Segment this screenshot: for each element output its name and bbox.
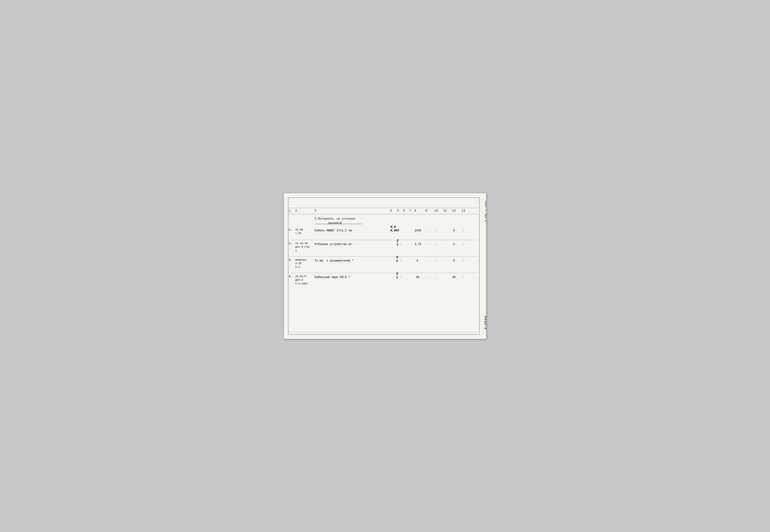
col-num-7: 7 bbox=[409, 209, 411, 213]
row2-col8: 1,75 bbox=[414, 243, 421, 246]
row3-col5: - bbox=[400, 259, 401, 262]
row1-col12: 4 bbox=[453, 229, 455, 232]
row3-col13: - bbox=[463, 259, 464, 262]
row4-col12: 38 bbox=[452, 276, 455, 279]
header-dashed-line bbox=[289, 208, 478, 208]
col-num-8: 8 bbox=[414, 209, 416, 213]
row2-col5: - bbox=[400, 243, 401, 246]
row3-col10: - bbox=[435, 259, 437, 262]
col-num-13: 13 bbox=[462, 209, 465, 213]
row1-col10: - bbox=[435, 229, 437, 232]
col-num-10: 10 bbox=[434, 209, 438, 213]
row3-qty-handwritten-top: 4 bbox=[396, 255, 398, 259]
col-num-12: 12 bbox=[452, 209, 456, 213]
row1-qty-handwritten-top: 0,6 bbox=[390, 225, 396, 229]
row4-desc: Кабельный ящик КЯ-8 " bbox=[315, 276, 350, 279]
row4-code: 15-04-Пдоп.8п.3-1207 bbox=[295, 275, 308, 286]
row4-col13: - bbox=[463, 276, 464, 279]
col-num-5: 5 bbox=[397, 209, 399, 213]
row2-col9: - bbox=[426, 243, 427, 246]
col-num-9: 9 bbox=[425, 209, 427, 213]
row4-col10: - bbox=[435, 276, 437, 279]
row2-num: 2. bbox=[289, 242, 292, 245]
row2-qty-handwritten-top: 2 bbox=[397, 239, 398, 243]
row4-col8: 38 bbox=[416, 276, 419, 279]
content-area: 1 2 3 4 5 6 7 8 9 10 11 12 13 П.Материал… bbox=[289, 198, 478, 334]
row1-col13: - bbox=[463, 229, 464, 232]
row2-code: 24-18-29доп.6 стр.1 bbox=[295, 242, 311, 253]
side-stamp-bottom: 4/9944 bbox=[484, 315, 486, 329]
row4-qty-printed: 1 bbox=[396, 276, 398, 279]
side-stamp-top: Т.704-1-157с bbox=[485, 200, 486, 222]
row3-col8: 4 bbox=[416, 259, 418, 262]
row2-col10: - bbox=[435, 243, 437, 246]
row4-num: 4. bbox=[289, 275, 292, 278]
row2-qty-printed: 1 bbox=[397, 243, 398, 246]
row3-qty-printed: 2 bbox=[396, 259, 398, 263]
section-heading-line2: ценником bbox=[315, 221, 355, 225]
row-sep-2 bbox=[289, 256, 478, 257]
section-heading-line1: П.Материалы, не учтенные bbox=[315, 217, 355, 221]
row3-col12: 8 bbox=[453, 259, 455, 262]
row1-desc: Кабель КВВБГ 27х1,5 км bbox=[315, 229, 352, 232]
row1-code: 15-09т.54 bbox=[295, 228, 303, 235]
row3-desc: То же, с расширителем " bbox=[315, 259, 354, 262]
document-page: Т.704-1-157с 4/9944 1 2 3 4 5 6 7 8 9 10… bbox=[284, 193, 486, 339]
col-num-6: 6 bbox=[403, 209, 405, 213]
row1-col5: - bbox=[398, 229, 399, 232]
row4-col9: - bbox=[426, 276, 427, 279]
row1-col9: - bbox=[426, 229, 427, 232]
col-num-3: 3 bbox=[315, 209, 316, 213]
col-num-1: 1 bbox=[289, 209, 291, 213]
row4-col5: - bbox=[400, 276, 401, 279]
row3-code: Номенкл.3-18п.3 bbox=[295, 258, 308, 269]
row1-num: 1. bbox=[289, 228, 292, 232]
row3-col9: - bbox=[426, 259, 427, 262]
row2-col12: 2 bbox=[453, 243, 455, 246]
row2-desc: Отборные устройства шт. bbox=[315, 243, 354, 246]
col-num-11: 11 bbox=[443, 209, 447, 213]
row2-col13: - bbox=[463, 243, 464, 246]
row-sep-3 bbox=[289, 273, 478, 273]
col-num-4: 4 bbox=[390, 209, 392, 213]
col-num-2: 2 bbox=[295, 209, 297, 213]
row3-num: 3. bbox=[289, 258, 292, 262]
row4-qty-handwritten-top: 2 bbox=[396, 272, 398, 276]
section-heading-underline bbox=[315, 224, 362, 224]
row1-col8: 1420 bbox=[414, 229, 421, 232]
bottom-dashed-line bbox=[289, 332, 478, 332]
